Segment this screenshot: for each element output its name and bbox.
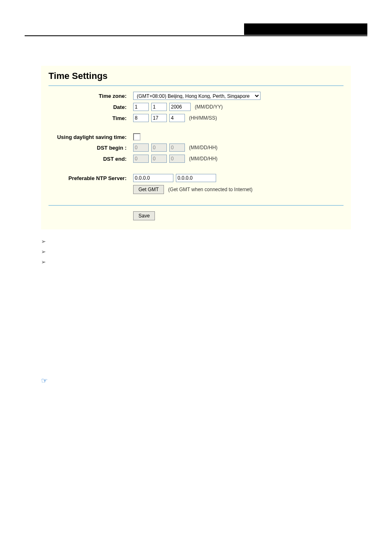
label-ntp: Preferable NTP Server:	[48, 175, 133, 181]
bullet-arrow-icon: ➢	[41, 238, 51, 245]
label-date: Date:	[48, 104, 133, 110]
dst-begin-hint: (MM/DD/HH)	[189, 145, 217, 150]
dst-end-dd-input[interactable]	[151, 155, 167, 163]
ntp-server-1-input[interactable]	[133, 174, 173, 182]
time-settings-panel: Time Settings Time zone: (GMT+08:00) Bei…	[41, 66, 351, 229]
dst-begin-mm-input[interactable]	[133, 143, 149, 152]
time-minute-input[interactable]	[151, 114, 167, 122]
dst-checkbox[interactable]	[133, 133, 141, 141]
bullet-list: ➢ ➢ ➢	[41, 238, 351, 265]
dst-end-hint: (MM/DD/HH)	[189, 156, 217, 162]
divider	[48, 86, 344, 86]
label-dst-end: DST end:	[48, 156, 133, 162]
note-pointer-icon: ☞	[41, 376, 51, 385]
date-day-input[interactable]	[151, 103, 167, 111]
time-hour-input[interactable]	[133, 114, 149, 122]
panel-title: Time Settings	[48, 71, 344, 81]
label-timezone: Time zone:	[48, 93, 133, 99]
label-dst-begin: DST begin :	[48, 145, 133, 151]
header-black-bar	[244, 23, 367, 35]
time-hint: (HH/MM/SS)	[189, 115, 217, 121]
get-gmt-button[interactable]: Get GMT	[133, 185, 164, 194]
label-dst-enable: Using daylight saving time:	[48, 134, 133, 140]
dst-begin-hh-input[interactable]	[169, 143, 185, 152]
bullet-arrow-icon: ➢	[41, 248, 51, 255]
get-gmt-hint: (Get GMT when connected to Internet)	[168, 187, 252, 192]
dst-begin-dd-input[interactable]	[151, 143, 167, 152]
date-month-input[interactable]	[133, 103, 149, 111]
date-year-input[interactable]	[169, 103, 191, 111]
divider	[48, 205, 344, 206]
save-button[interactable]: Save	[133, 211, 155, 220]
label-time: Time:	[48, 115, 133, 121]
bullet-arrow-icon: ➢	[41, 258, 51, 265]
dst-end-mm-input[interactable]	[133, 155, 149, 163]
dst-end-hh-input[interactable]	[169, 155, 185, 163]
timezone-select[interactable]: (GMT+08:00) Beijing, Hong Kong, Perth, S…	[133, 92, 261, 100]
date-hint: (MM/DD/YY)	[195, 104, 223, 110]
time-second-input[interactable]	[169, 114, 185, 122]
header-rule	[25, 35, 367, 36]
ntp-server-2-input[interactable]	[176, 174, 216, 182]
